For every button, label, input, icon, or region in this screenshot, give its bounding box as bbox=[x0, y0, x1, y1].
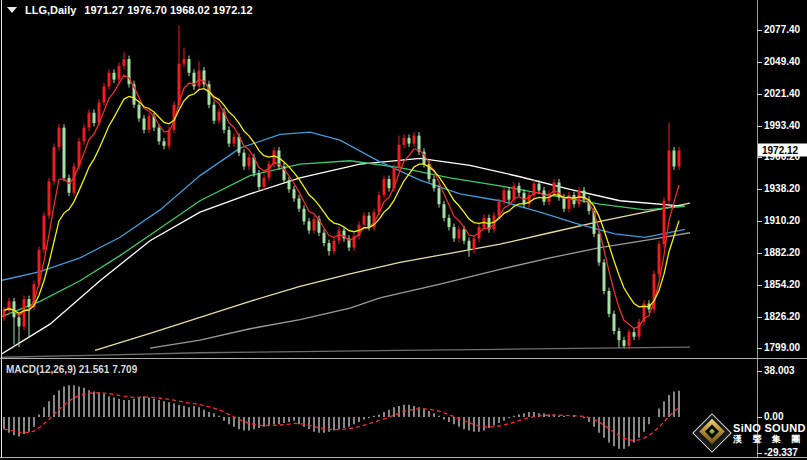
brand-watermark: SiNO SOUND 漢 聲 集 團 bbox=[698, 419, 806, 447]
axis-tick bbox=[757, 126, 762, 127]
axis-tick bbox=[757, 417, 762, 418]
collapse-arrow-icon[interactable] bbox=[7, 7, 17, 13]
axis-tick bbox=[757, 317, 762, 318]
price-axis-label: 2077.40 bbox=[764, 25, 800, 35]
axis-tick bbox=[757, 453, 762, 454]
price-axis-label: 1882.20 bbox=[764, 248, 800, 258]
axis-tick bbox=[757, 157, 762, 158]
axis-tick bbox=[757, 221, 762, 222]
macd-axis-label: 38.003 bbox=[764, 366, 795, 376]
ohlc-values: 1971.27 1976.70 1968.02 1972.12 bbox=[84, 4, 252, 16]
axis-tick bbox=[757, 189, 762, 190]
current-price-tag: 1972.12 bbox=[758, 144, 807, 157]
axis-tick bbox=[757, 371, 762, 372]
price-axis-label: 1854.20 bbox=[764, 280, 800, 290]
price-axis-label: 1993.40 bbox=[764, 121, 800, 131]
brand-name: SiNO SOUND bbox=[733, 422, 806, 435]
price-axis-label: 2021.40 bbox=[764, 89, 800, 99]
axis-tick bbox=[757, 94, 762, 95]
chart-header: LLG,Daily 1971.27 1976.70 1968.02 1972.1… bbox=[7, 4, 253, 16]
price-axis-label: 2049.40 bbox=[764, 57, 800, 67]
axis-tick bbox=[757, 30, 762, 31]
symbol-timeframe-label: LLG,Daily bbox=[25, 4, 76, 16]
axis-tick bbox=[757, 285, 762, 286]
main-plot-area[interactable] bbox=[2, 18, 757, 358]
macd-indicator-label: MACD(12,26,9) 21.561 7.709 bbox=[6, 364, 137, 375]
macd-plot-area[interactable] bbox=[2, 361, 757, 456]
axis-tick bbox=[757, 62, 762, 63]
price-axis-label: 1826.20 bbox=[764, 312, 800, 322]
axis-tick bbox=[757, 253, 762, 254]
macd-axis-label: 0.00 bbox=[764, 412, 783, 422]
chart-window: LLG,Daily 1971.27 1976.70 1968.02 1972.1… bbox=[0, 0, 807, 460]
axis-tick bbox=[757, 348, 762, 349]
macd-axis-label: -29.337 bbox=[764, 448, 798, 458]
brand-name-chinese: 漢 聲 集 團 bbox=[733, 434, 806, 444]
price-axis-label: 1938.20 bbox=[764, 184, 800, 194]
price-axis-label: 1910.20 bbox=[764, 216, 800, 226]
price-axis-label: 1799.00 bbox=[764, 343, 800, 353]
sino-sound-logo-icon bbox=[692, 413, 732, 453]
